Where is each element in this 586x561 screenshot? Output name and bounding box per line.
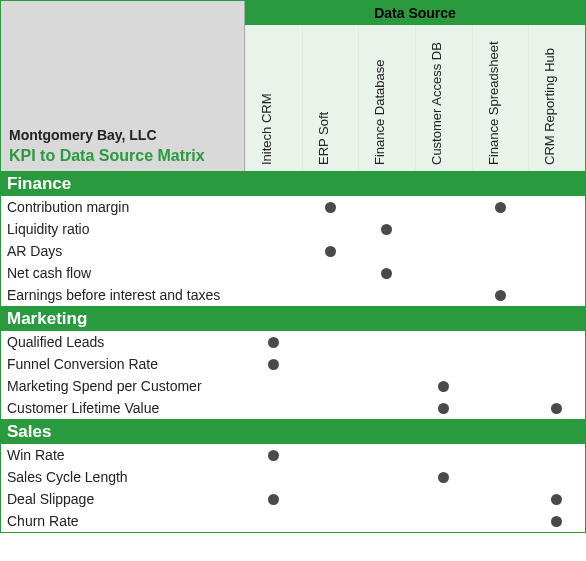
matrix-cell	[302, 353, 359, 375]
dot-icon	[268, 494, 279, 505]
source-label: Customer Access DB	[429, 42, 444, 165]
matrix-cell	[472, 284, 529, 306]
table-row: Funnel Conversion Rate	[1, 353, 585, 375]
source-label: ERP Soft	[316, 112, 331, 165]
matrix-cell	[415, 262, 472, 284]
kpi-label: Churn Rate	[1, 513, 245, 529]
matrix-cell	[472, 444, 529, 466]
matrix-cell	[245, 375, 302, 397]
matrix-cell	[358, 284, 415, 306]
matrix-cell	[358, 397, 415, 419]
kpi-label: Net cash flow	[1, 265, 245, 281]
matrix-cell	[245, 196, 302, 218]
matrix-cell	[528, 397, 585, 419]
kpi-matrix: Montgomery Bay, LLC KPI to Data Source M…	[0, 0, 586, 533]
row-cells	[245, 240, 585, 262]
dot-icon	[551, 516, 562, 527]
matrix-cell	[302, 375, 359, 397]
dot-icon	[495, 202, 506, 213]
data-source-header: Data Source	[245, 1, 585, 25]
matrix-cell	[302, 444, 359, 466]
matrix-cell	[472, 331, 529, 353]
dot-icon	[381, 224, 392, 235]
matrix-cell	[302, 466, 359, 488]
source-label: Finance Database	[372, 59, 387, 165]
matrix-cell	[245, 262, 302, 284]
dot-icon	[325, 246, 336, 257]
matrix-cell	[358, 196, 415, 218]
row-cells	[245, 375, 585, 397]
dot-icon	[268, 450, 279, 461]
matrix-cell	[245, 353, 302, 375]
matrix-body: FinanceContribution marginLiquidity rati…	[1, 171, 585, 532]
source-column: Finance Database	[358, 25, 415, 171]
source-column: Finance Spreadsheet	[472, 25, 529, 171]
dot-icon	[438, 381, 449, 392]
matrix-cell	[358, 375, 415, 397]
dot-icon	[325, 202, 336, 213]
matrix-cell	[302, 397, 359, 419]
table-row: Net cash flow	[1, 262, 585, 284]
matrix-cell	[302, 262, 359, 284]
matrix-cell	[528, 262, 585, 284]
table-row: Marketing Spend per Customer	[1, 375, 585, 397]
row-cells	[245, 397, 585, 419]
matrix-cell	[472, 466, 529, 488]
company-name: Montgomery Bay, LLC	[9, 127, 157, 143]
matrix-cell	[358, 466, 415, 488]
matrix-cell	[358, 353, 415, 375]
row-cells	[245, 218, 585, 240]
row-cells	[245, 488, 585, 510]
matrix-cell	[528, 444, 585, 466]
kpi-label: AR Days	[1, 243, 245, 259]
row-cells	[245, 466, 585, 488]
matrix-cell	[245, 331, 302, 353]
matrix-cell	[528, 196, 585, 218]
matrix-cell	[415, 375, 472, 397]
matrix-cell	[528, 375, 585, 397]
kpi-label: Sales Cycle Length	[1, 469, 245, 485]
source-column: ERP Soft	[302, 25, 359, 171]
matrix-title: KPI to Data Source Matrix	[9, 147, 205, 165]
matrix-cell	[415, 196, 472, 218]
matrix-cell	[528, 284, 585, 306]
row-cells	[245, 284, 585, 306]
kpi-label: Contribution margin	[1, 199, 245, 215]
kpi-label: Earnings before interest and taxes	[1, 287, 245, 303]
sources-columns: Initech CRMERP SoftFinance DatabaseCusto…	[245, 25, 585, 171]
matrix-cell	[302, 488, 359, 510]
matrix-cell	[245, 397, 302, 419]
matrix-cell	[528, 240, 585, 262]
row-cells	[245, 262, 585, 284]
matrix-cell	[245, 444, 302, 466]
table-row: Sales Cycle Length	[1, 466, 585, 488]
source-column: CRM Reporting Hub	[528, 25, 585, 171]
matrix-cell	[302, 218, 359, 240]
matrix-cell	[245, 240, 302, 262]
matrix-cell	[415, 444, 472, 466]
matrix-cell	[415, 284, 472, 306]
matrix-cell	[472, 240, 529, 262]
category-header: Marketing	[1, 306, 585, 331]
dot-icon	[551, 494, 562, 505]
matrix-cell	[415, 488, 472, 510]
category-header: Sales	[1, 419, 585, 444]
matrix-cell	[358, 331, 415, 353]
table-row: Win Rate	[1, 444, 585, 466]
matrix-cell	[472, 397, 529, 419]
kpi-label: Liquidity ratio	[1, 221, 245, 237]
matrix-cell	[528, 331, 585, 353]
header-row: Montgomery Bay, LLC KPI to Data Source M…	[1, 1, 585, 171]
matrix-cell	[528, 466, 585, 488]
matrix-cell	[472, 353, 529, 375]
matrix-cell	[358, 444, 415, 466]
kpi-label: Win Rate	[1, 447, 245, 463]
sources-wrap: Data Source Initech CRMERP SoftFinance D…	[245, 1, 585, 171]
row-cells	[245, 196, 585, 218]
matrix-cell	[528, 353, 585, 375]
matrix-cell	[415, 353, 472, 375]
matrix-cell	[302, 284, 359, 306]
source-label: CRM Reporting Hub	[542, 48, 557, 165]
dot-icon	[551, 403, 562, 414]
row-cells	[245, 444, 585, 466]
